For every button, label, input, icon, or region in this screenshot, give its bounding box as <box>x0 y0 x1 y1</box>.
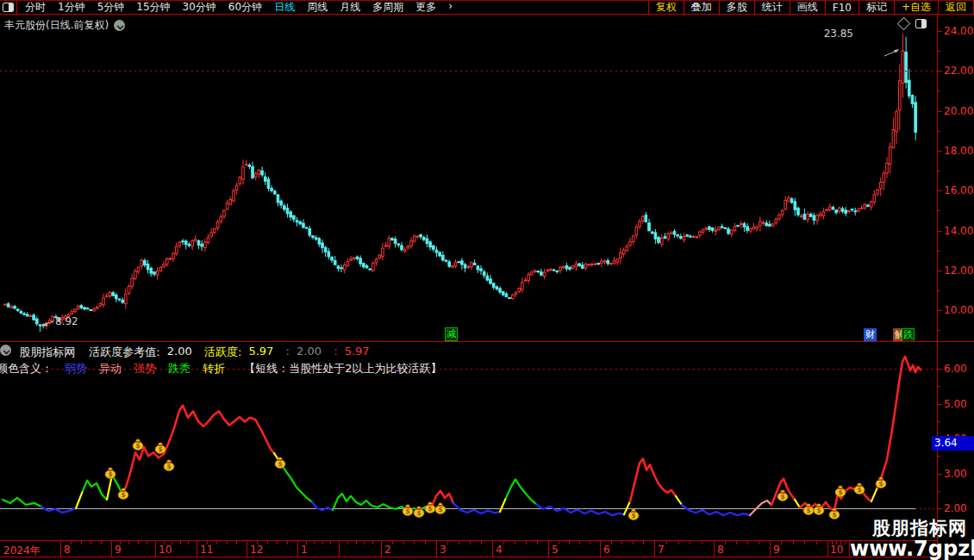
legend-item-跌秃: 跌秃 <box>168 362 190 375</box>
time-axis-label: 9 <box>773 544 780 556</box>
event-badge-跌[interactable]: 跌 <box>902 328 915 342</box>
minor-tick <box>759 541 759 544</box>
action-item-复权[interactable]: 复权 <box>648 1 684 14</box>
price-axis-label: 10.00 <box>944 304 973 316</box>
month-divider <box>197 541 197 557</box>
action-toolbar: 复权叠加多股统计画线F10标记+自选返回 <box>648 1 974 14</box>
svg-text:$: $ <box>158 445 162 453</box>
period-item-5分钟[interactable]: 5分钟 <box>97 0 125 15</box>
minor-tick <box>392 541 393 544</box>
month-divider <box>247 541 247 557</box>
chart-title-row: 丰元股份(日线.前复权) <box>4 18 125 33</box>
svg-text:$: $ <box>878 480 883 488</box>
action-item-多股[interactable]: 多股 <box>719 1 754 14</box>
price-axis-label: 18.00 <box>944 145 973 157</box>
event-badge-财[interactable]: 财 <box>864 328 877 342</box>
indicator-segment <box>871 488 877 501</box>
indicator-panel[interactable]: $$$$$$$$$$$$$$$$$$ 股朋指标网 活跃度参考值: 2.00 活跃… <box>0 342 937 540</box>
minor-tick <box>736 541 737 544</box>
legend-items: 弱势异动强势跌秃转折 <box>53 362 225 375</box>
period-item-›[interactable]: › <box>448 0 453 15</box>
main-candlestick-chart[interactable]: 丰元股份(日线.前复权) 23.85 8.92 <box>0 15 937 341</box>
month-divider <box>548 541 549 557</box>
minor-tick <box>781 541 782 544</box>
legend-label: 颜色含义： <box>0 362 53 375</box>
minor-tick <box>314 541 315 544</box>
period-item-60分钟[interactable]: 60分钟 <box>228 0 262 15</box>
indicator-value-box: 3.64 <box>932 436 974 451</box>
action-item-F10[interactable]: F10 <box>825 1 858 14</box>
period-item-月线[interactable]: 月线 <box>340 0 360 15</box>
minor-tick <box>816 541 817 544</box>
axis-tick <box>937 51 940 52</box>
axis-tick <box>937 369 942 370</box>
minor-tick <box>702 541 702 544</box>
svg-text:$: $ <box>438 506 442 513</box>
svg-text:$: $ <box>816 507 821 514</box>
indicator-segment <box>333 494 431 510</box>
axis-tick <box>937 190 942 191</box>
minor-tick <box>526 541 527 544</box>
minor-tick <box>569 541 570 544</box>
indicator-segment <box>500 498 506 512</box>
minor-tick <box>138 541 139 544</box>
svg-text:$: $ <box>416 509 421 517</box>
period-item-15分钟[interactable]: 15分钟 <box>136 0 170 15</box>
time-axis-label: 4 <box>496 544 503 556</box>
minor-tick <box>559 541 559 544</box>
minor-tick <box>459 541 459 544</box>
axis-tick <box>937 271 942 271</box>
action-item-叠加[interactable]: 叠加 <box>684 1 719 14</box>
period-item-多周期[interactable]: 多周期 <box>372 0 403 15</box>
money-bag-icon: $ <box>105 468 116 479</box>
month-divider <box>654 541 655 557</box>
axis-tick <box>937 251 940 252</box>
action-item-返回[interactable]: 返回 <box>938 1 973 14</box>
event-badge-减[interactable]: 减 <box>445 327 458 341</box>
period-item-周线[interactable]: 周线 <box>307 0 328 15</box>
axis-tick <box>937 474 942 475</box>
axis-tick <box>937 491 940 492</box>
minor-tick <box>537 541 538 544</box>
money-bag-icon: $ <box>777 490 788 501</box>
svg-text:$: $ <box>278 460 282 468</box>
layout-toggle-button[interactable] <box>0 1 17 14</box>
diamond-marker-icon[interactable] <box>897 17 911 31</box>
minor-tick <box>470 541 471 544</box>
action-item-画线[interactable]: 画线 <box>790 1 825 14</box>
axis-tick <box>937 386 940 387</box>
minor-tick <box>101 541 102 544</box>
money-bag-icon: $ <box>133 439 143 451</box>
svg-text:$: $ <box>135 442 140 450</box>
money-bag-icon: $ <box>164 460 174 471</box>
money-bag-icon: $ <box>403 505 413 516</box>
svg-text:$: $ <box>780 493 784 501</box>
right-axis-line <box>937 15 938 557</box>
minor-tick <box>725 541 726 544</box>
svg-text:$: $ <box>832 511 836 519</box>
indicator-segment <box>281 464 312 502</box>
action-item-统计[interactable]: 统计 <box>754 1 790 14</box>
money-bag-icon: $ <box>829 508 840 520</box>
period-item-1分钟[interactable]: 1分钟 <box>58 0 85 15</box>
time-axis-label: 5 <box>552 544 559 556</box>
minor-tick <box>81 541 82 544</box>
indicator-axis-label: 6.00 <box>944 363 967 375</box>
time-axis-label: 9 <box>115 544 122 556</box>
period-item-日线[interactable]: 日线 <box>274 0 295 15</box>
time-axis[interactable]: 2024年8910111212345678910 <box>0 540 937 557</box>
price-axis-label: 14.00 <box>944 225 973 237</box>
period-item-30分钟[interactable]: 30分钟 <box>183 0 216 15</box>
period-item-更多[interactable]: 更多 <box>415 0 436 15</box>
minor-tick <box>71 541 72 544</box>
action-item-标记[interactable]: 标记 <box>858 1 894 14</box>
minor-tick <box>236 541 237 544</box>
stock-app-window: 分时1分钟5分钟15分钟30分钟60分钟日线周线月线多周期更多› 复权叠加多股统… <box>0 0 974 560</box>
chevron-down-icon[interactable] <box>114 20 125 31</box>
period-item-分时[interactable]: 分时 <box>25 0 46 15</box>
period-toolbar: 分时1分钟5分钟15分钟30分钟60分钟日线周线月线多周期更多› <box>0 1 453 14</box>
money-bag-icon: $ <box>854 483 865 495</box>
panel-layout-icon[interactable] <box>915 19 927 28</box>
month-divider <box>155 541 156 557</box>
action-item-+自选[interactable]: +自选 <box>894 1 938 14</box>
